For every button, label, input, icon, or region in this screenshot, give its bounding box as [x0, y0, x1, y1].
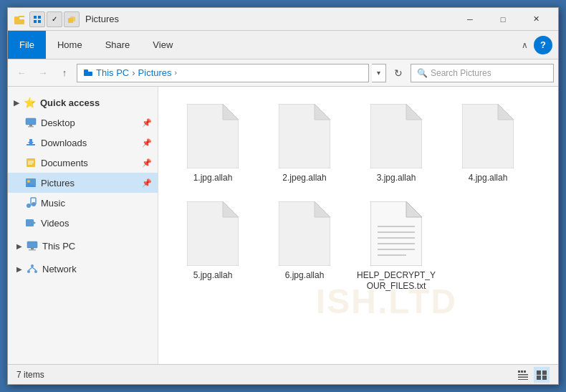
sidebar-item-desktop[interactable]: Desktop 📌: [8, 113, 158, 133]
documents-icon: [25, 157, 37, 168]
file-item-1[interactable]: 1.jpg.allah: [170, 98, 256, 190]
refresh-button[interactable]: ↻: [389, 64, 408, 82]
file-name-7: HELP_DECRYPT_YOUR_FILES.txt: [356, 270, 436, 292]
close-button[interactable]: ✕: [519, 8, 552, 31]
ribbon-share-tab[interactable]: Share: [94, 31, 142, 59]
file-item-6[interactable]: 6.jpg.allah: [262, 196, 347, 298]
svg-rect-60: [524, 371, 526, 373]
address-dropdown[interactable]: ▾: [372, 64, 386, 82]
title-bar: ✓ Pictures ─ □ ✕: [8, 8, 558, 31]
search-box[interactable]: 🔍 Search Pictures: [411, 64, 554, 82]
file-icon-5: [187, 201, 239, 266]
breadcrumb-dropdown-chevron[interactable]: ›: [175, 69, 177, 77]
music-label: Music: [41, 198, 65, 209]
view-controls: [515, 367, 550, 383]
file-icon-7: [370, 201, 422, 266]
file-item-5[interactable]: 5.jpg.allah: [170, 196, 256, 298]
pin-icon-desktop: 📌: [142, 118, 152, 128]
svg-marker-49: [315, 201, 330, 217]
breadcrumb-pictures[interactable]: Pictures: [138, 67, 172, 78]
svg-rect-32: [29, 249, 36, 251]
quick-access-toolbar: ✓: [29, 11, 80, 27]
pin-icon-documents: 📌: [142, 158, 152, 168]
item-count: 7 items: [16, 370, 44, 380]
status-bar: 7 items: [8, 364, 558, 384]
file-area: ISH.LTD 1.jpg.allah 2.: [158, 87, 558, 364]
videos-icon: [25, 217, 37, 229]
svg-rect-64: [537, 371, 541, 375]
window-icon: [14, 14, 25, 25]
file-item-4[interactable]: 4.jpg.allah: [445, 98, 531, 190]
sidebar-item-downloads[interactable]: Downloads 📌: [8, 133, 158, 153]
svg-marker-45: [498, 104, 514, 120]
breadcrumb-this-pc[interactable]: This PC: [96, 67, 129, 78]
svg-rect-67: [542, 376, 547, 380]
file-item-7[interactable]: HELP_DECRYPT_YOUR_FILES.txt: [353, 196, 439, 298]
sidebar-network[interactable]: ▶ Network: [8, 259, 158, 279]
sidebar-item-pictures[interactable]: Pictures 📌: [8, 173, 158, 193]
window-controls: ─ □ ✕: [454, 8, 552, 31]
desktop-icon: [25, 117, 37, 128]
pin-icon-downloads: 📌: [142, 138, 152, 148]
qs-btn-1[interactable]: [29, 11, 45, 27]
maximize-button[interactable]: □: [486, 8, 519, 31]
sidebar-item-videos[interactable]: Videos: [8, 213, 158, 233]
ribbon-collapse-arrow[interactable]: ∧: [519, 37, 531, 53]
downloads-label: Downloads: [41, 138, 87, 148]
svg-marker-41: [315, 104, 330, 120]
large-icons-view-button[interactable]: [534, 367, 550, 383]
sidebar-quick-access-label: Quick access: [40, 97, 100, 108]
ribbon-home-tab[interactable]: Home: [46, 31, 94, 59]
svg-point-23: [27, 204, 31, 208]
svg-point-21: [27, 180, 30, 183]
svg-marker-51: [406, 201, 422, 217]
sidebar: ▶ ⭐ Quick access Desktop 📌 Downloads 📌: [8, 87, 158, 364]
svg-rect-4: [38, 16, 41, 19]
svg-rect-5: [34, 20, 37, 23]
ribbon-help-button[interactable]: ?: [534, 36, 552, 54]
this-pc-label: This PC: [42, 241, 75, 252]
svg-marker-47: [223, 201, 239, 217]
up-button[interactable]: ↑: [55, 64, 74, 82]
svg-rect-8: [70, 16, 75, 21]
svg-rect-58: [518, 371, 520, 373]
network-icon: [27, 263, 38, 274]
pictures-icon: [25, 177, 37, 188]
music-icon: [25, 197, 37, 209]
file-icon-6: [279, 201, 330, 266]
svg-rect-1: [14, 19, 24, 24]
svg-point-35: [34, 270, 37, 273]
svg-rect-10: [84, 72, 92, 76]
sidebar-this-pc[interactable]: ▶ This PC: [8, 236, 158, 256]
forward-button[interactable]: →: [34, 64, 52, 82]
file-name-5: 5.jpg.allah: [193, 270, 233, 282]
file-item-2[interactable]: 2.jpeg.allah: [262, 98, 347, 190]
back-button[interactable]: ←: [12, 64, 31, 82]
pictures-label: Pictures: [41, 178, 75, 188]
qs-btn-3[interactable]: [64, 11, 80, 27]
svg-rect-63: [518, 379, 528, 380]
ribbon-right: ∧ ?: [519, 31, 558, 59]
minimize-button[interactable]: ─: [454, 8, 486, 31]
ribbon-view-tab[interactable]: View: [141, 31, 184, 59]
svg-rect-12: [29, 125, 32, 126]
svg-rect-62: [518, 376, 528, 378]
svg-rect-30: [27, 242, 37, 248]
sidebar-item-documents[interactable]: Documents 📌: [8, 153, 158, 173]
svg-rect-61: [518, 374, 528, 376]
qs-btn-2[interactable]: ✓: [47, 11, 62, 27]
svg-marker-43: [406, 104, 422, 120]
file-name-1: 1.jpg.allah: [193, 173, 233, 184]
explorer-window: ✓ Pictures ─ □ ✕ File Home Share View ∧ …: [7, 7, 559, 385]
chevron-right-icon-pc: ▶: [16, 242, 22, 250]
details-view-button[interactable]: [515, 367, 531, 383]
svg-marker-29: [34, 221, 36, 224]
breadcrumb[interactable]: This PC › Pictures ›: [77, 64, 369, 82]
svg-rect-6: [38, 20, 41, 23]
file-item-3[interactable]: 3.jpg.allah: [353, 98, 439, 190]
sidebar-quick-access[interactable]: ▶ ⭐ Quick access: [8, 92, 158, 113]
search-icon: 🔍: [417, 68, 428, 78]
ribbon-file-tab[interactable]: File: [8, 31, 46, 59]
svg-line-37: [32, 267, 36, 270]
sidebar-item-music[interactable]: Music: [8, 193, 158, 213]
